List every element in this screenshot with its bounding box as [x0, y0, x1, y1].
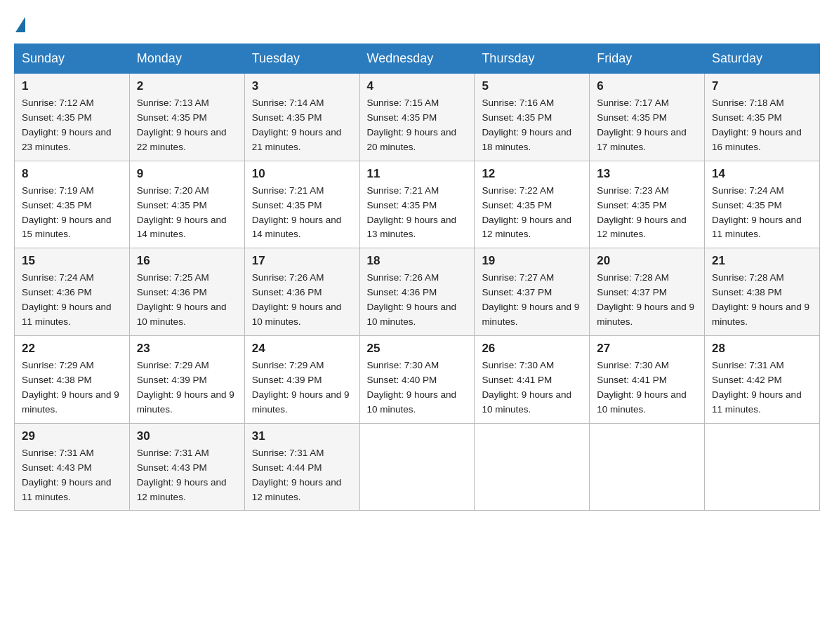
header-sunday: Sunday [15, 44, 130, 74]
day-number: 23 [137, 342, 237, 356]
day-number: 5 [482, 79, 582, 93]
day-number: 8 [22, 167, 122, 181]
day-number: 6 [597, 79, 697, 93]
day-info: Sunrise: 7:15 AMSunset: 4:35 PMDaylight:… [367, 96, 468, 155]
page-header [14, 14, 820, 32]
calendar-cell: 27Sunrise: 7:30 AMSunset: 4:41 PMDayligh… [590, 336, 705, 424]
calendar-cell: 12Sunrise: 7:22 AMSunset: 4:35 PMDayligh… [475, 161, 590, 248]
day-info: Sunrise: 7:29 AMSunset: 4:39 PMDaylight:… [137, 358, 237, 417]
day-number: 10 [252, 167, 352, 181]
day-info: Sunrise: 7:27 AMSunset: 4:37 PMDaylight:… [482, 271, 582, 330]
day-number: 15 [22, 254, 122, 268]
day-number: 31 [252, 429, 352, 443]
day-number: 24 [252, 342, 352, 356]
calendar-cell: 17Sunrise: 7:26 AMSunset: 4:36 PMDayligh… [244, 248, 359, 336]
calendar-cell [590, 423, 705, 511]
calendar-cell [475, 423, 590, 511]
day-info: Sunrise: 7:22 AMSunset: 4:35 PMDaylight:… [482, 184, 582, 243]
calendar-cell: 3Sunrise: 7:14 AMSunset: 4:35 PMDaylight… [244, 74, 359, 161]
day-number: 29 [22, 429, 122, 443]
header-tuesday: Tuesday [244, 44, 359, 74]
calendar-cell: 5Sunrise: 7:16 AMSunset: 4:35 PMDaylight… [475, 74, 590, 161]
calendar-cell: 7Sunrise: 7:18 AMSunset: 4:35 PMDaylight… [705, 74, 820, 161]
day-info: Sunrise: 7:19 AMSunset: 4:35 PMDaylight:… [22, 184, 122, 243]
calendar-cell: 14Sunrise: 7:24 AMSunset: 4:35 PMDayligh… [705, 161, 820, 248]
header-saturday: Saturday [705, 44, 820, 74]
calendar-cell: 1Sunrise: 7:12 AMSunset: 4:35 PMDaylight… [15, 74, 130, 161]
calendar-week-1: 1Sunrise: 7:12 AMSunset: 4:35 PMDaylight… [15, 74, 820, 161]
calendar-cell: 20Sunrise: 7:28 AMSunset: 4:37 PMDayligh… [590, 248, 705, 336]
header-monday: Monday [129, 44, 244, 74]
day-info: Sunrise: 7:18 AMSunset: 4:35 PMDaylight:… [712, 96, 812, 155]
day-info: Sunrise: 7:12 AMSunset: 4:35 PMDaylight:… [22, 96, 122, 155]
calendar-cell: 28Sunrise: 7:31 AMSunset: 4:42 PMDayligh… [705, 336, 820, 424]
day-info: Sunrise: 7:23 AMSunset: 4:35 PMDaylight:… [597, 184, 697, 243]
calendar-cell: 26Sunrise: 7:30 AMSunset: 4:41 PMDayligh… [475, 336, 590, 424]
calendar-cell: 31Sunrise: 7:31 AMSunset: 4:44 PMDayligh… [244, 423, 359, 511]
day-number: 1 [22, 79, 122, 93]
calendar-cell: 23Sunrise: 7:29 AMSunset: 4:39 PMDayligh… [129, 336, 244, 424]
day-number: 21 [712, 254, 812, 268]
logo [14, 14, 25, 32]
day-number: 30 [137, 429, 237, 443]
calendar-cell: 2Sunrise: 7:13 AMSunset: 4:35 PMDaylight… [129, 74, 244, 161]
day-info: Sunrise: 7:24 AMSunset: 4:36 PMDaylight:… [22, 271, 122, 330]
day-number: 16 [137, 254, 237, 268]
day-info: Sunrise: 7:21 AMSunset: 4:35 PMDaylight:… [367, 184, 468, 243]
day-number: 3 [252, 79, 352, 93]
day-number: 19 [482, 254, 582, 268]
day-number: 20 [597, 254, 697, 268]
calendar-cell: 8Sunrise: 7:19 AMSunset: 4:35 PMDaylight… [15, 161, 130, 248]
calendar-week-5: 29Sunrise: 7:31 AMSunset: 4:43 PMDayligh… [15, 423, 820, 511]
calendar-cell: 11Sunrise: 7:21 AMSunset: 4:35 PMDayligh… [359, 161, 475, 248]
day-number: 13 [597, 167, 697, 181]
logo-triangle-icon [15, 17, 25, 32]
calendar-cell: 24Sunrise: 7:29 AMSunset: 4:39 PMDayligh… [244, 336, 359, 424]
calendar-cell: 15Sunrise: 7:24 AMSunset: 4:36 PMDayligh… [15, 248, 130, 336]
day-info: Sunrise: 7:31 AMSunset: 4:43 PMDaylight:… [137, 446, 237, 505]
header-thursday: Thursday [475, 44, 590, 74]
day-info: Sunrise: 7:26 AMSunset: 4:36 PMDaylight:… [252, 271, 352, 330]
calendar-week-3: 15Sunrise: 7:24 AMSunset: 4:36 PMDayligh… [15, 248, 820, 336]
day-info: Sunrise: 7:17 AMSunset: 4:35 PMDaylight:… [597, 96, 697, 155]
day-number: 14 [712, 167, 812, 181]
calendar-week-4: 22Sunrise: 7:29 AMSunset: 4:38 PMDayligh… [15, 336, 820, 424]
calendar-cell [705, 423, 820, 511]
calendar-header-row: SundayMondayTuesdayWednesdayThursdayFrid… [15, 44, 820, 74]
calendar-cell: 10Sunrise: 7:21 AMSunset: 4:35 PMDayligh… [244, 161, 359, 248]
calendar-cell: 13Sunrise: 7:23 AMSunset: 4:35 PMDayligh… [590, 161, 705, 248]
day-info: Sunrise: 7:29 AMSunset: 4:38 PMDaylight:… [22, 358, 122, 417]
day-info: Sunrise: 7:16 AMSunset: 4:35 PMDaylight:… [482, 96, 582, 155]
header-friday: Friday [590, 44, 705, 74]
calendar-cell: 9Sunrise: 7:20 AMSunset: 4:35 PMDaylight… [129, 161, 244, 248]
day-info: Sunrise: 7:30 AMSunset: 4:41 PMDaylight:… [597, 358, 697, 417]
day-info: Sunrise: 7:29 AMSunset: 4:39 PMDaylight:… [252, 358, 352, 417]
calendar-table: SundayMondayTuesdayWednesdayThursdayFrid… [14, 43, 820, 511]
day-number: 7 [712, 79, 812, 93]
calendar-cell: 6Sunrise: 7:17 AMSunset: 4:35 PMDaylight… [590, 74, 705, 161]
day-number: 28 [712, 342, 812, 356]
day-info: Sunrise: 7:31 AMSunset: 4:42 PMDaylight:… [712, 358, 812, 417]
header-wednesday: Wednesday [359, 44, 475, 74]
day-info: Sunrise: 7:13 AMSunset: 4:35 PMDaylight:… [137, 96, 237, 155]
day-info: Sunrise: 7:25 AMSunset: 4:36 PMDaylight:… [137, 271, 237, 330]
day-info: Sunrise: 7:30 AMSunset: 4:40 PMDaylight:… [367, 358, 468, 417]
calendar-cell: 30Sunrise: 7:31 AMSunset: 4:43 PMDayligh… [129, 423, 244, 511]
day-info: Sunrise: 7:30 AMSunset: 4:41 PMDaylight:… [482, 358, 582, 417]
day-number: 11 [367, 167, 468, 181]
day-number: 17 [252, 254, 352, 268]
day-number: 2 [137, 79, 237, 93]
day-info: Sunrise: 7:14 AMSunset: 4:35 PMDaylight:… [252, 96, 352, 155]
calendar-cell [359, 423, 475, 511]
day-number: 25 [367, 342, 468, 356]
day-info: Sunrise: 7:26 AMSunset: 4:36 PMDaylight:… [367, 271, 468, 330]
day-info: Sunrise: 7:21 AMSunset: 4:35 PMDaylight:… [252, 184, 352, 243]
calendar-cell: 25Sunrise: 7:30 AMSunset: 4:40 PMDayligh… [359, 336, 475, 424]
day-info: Sunrise: 7:28 AMSunset: 4:37 PMDaylight:… [597, 271, 697, 330]
calendar-cell: 22Sunrise: 7:29 AMSunset: 4:38 PMDayligh… [15, 336, 130, 424]
day-number: 4 [367, 79, 468, 93]
calendar-cell: 21Sunrise: 7:28 AMSunset: 4:38 PMDayligh… [705, 248, 820, 336]
calendar-cell: 18Sunrise: 7:26 AMSunset: 4:36 PMDayligh… [359, 248, 475, 336]
calendar-cell: 19Sunrise: 7:27 AMSunset: 4:37 PMDayligh… [475, 248, 590, 336]
calendar-cell: 29Sunrise: 7:31 AMSunset: 4:43 PMDayligh… [15, 423, 130, 511]
